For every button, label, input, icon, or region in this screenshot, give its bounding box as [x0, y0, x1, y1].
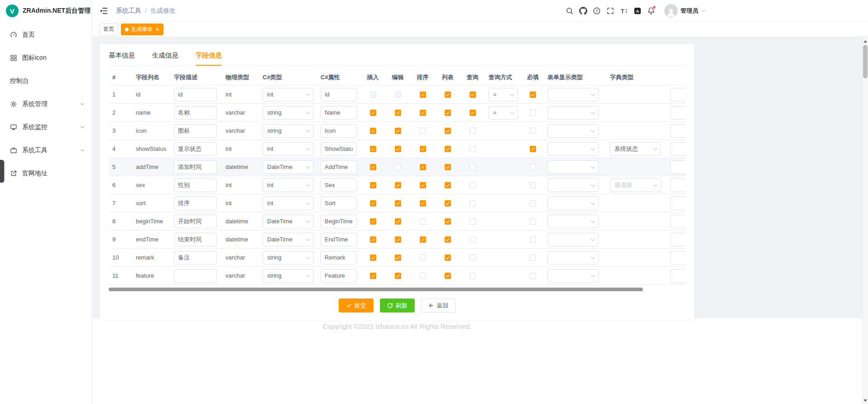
extra-input[interactable]	[670, 124, 686, 138]
edit-checkbox[interactable]	[395, 164, 401, 170]
extra-input[interactable]	[670, 197, 686, 210]
form-type-select[interactable]	[547, 233, 599, 246]
insert-checkbox[interactable]	[370, 255, 376, 261]
tag-tab[interactable]: 生成修改 ×	[121, 24, 163, 35]
form-type-select[interactable]	[547, 124, 599, 138]
csharp-type-select[interactable]: string	[263, 251, 314, 265]
sidebar-fold-icon[interactable]	[99, 6, 108, 15]
extra-input[interactable]	[670, 269, 686, 283]
github-icon[interactable]	[579, 7, 587, 15]
extra-input[interactable]	[670, 160, 686, 174]
query-checkbox[interactable]	[470, 91, 476, 98]
search-icon[interactable]	[566, 7, 574, 15]
column-desc-input[interactable]	[174, 124, 217, 138]
help-icon[interactable]	[593, 7, 601, 15]
column-desc-input[interactable]	[174, 178, 217, 192]
edit-checkbox[interactable]	[395, 218, 401, 225]
query-method-select[interactable]: =	[489, 88, 518, 101]
tag-tab[interactable]: 首页	[99, 24, 118, 35]
form-type-select[interactable]	[547, 106, 599, 120]
back-button[interactable]: 返回	[421, 298, 456, 313]
sidebar-item-system-manage[interactable]: 系统管理	[0, 92, 91, 115]
language-icon[interactable]: A	[633, 7, 642, 15]
query-checkbox[interactable]	[470, 200, 476, 207]
extra-input[interactable]	[670, 215, 686, 228]
csharp-attr-input[interactable]	[321, 215, 357, 228]
required-checkbox[interactable]	[530, 273, 536, 279]
extra-input[interactable]	[670, 178, 686, 192]
query-checkbox[interactable]	[470, 255, 476, 261]
csharp-attr-input[interactable]	[321, 160, 357, 174]
form-type-select[interactable]	[547, 215, 599, 228]
sort-checkbox[interactable]	[420, 236, 426, 243]
insert-checkbox[interactable]	[370, 182, 376, 188]
sort-checkbox[interactable]	[420, 146, 426, 152]
sort-checkbox[interactable]	[420, 128, 426, 134]
sidebar-item-website[interactable]: 官网地址	[0, 162, 91, 185]
extra-input[interactable]	[670, 233, 686, 246]
edit-checkbox[interactable]	[395, 236, 401, 243]
list-checkbox[interactable]	[445, 182, 451, 188]
sort-checkbox[interactable]	[420, 182, 426, 188]
csharp-attr-input[interactable]	[321, 142, 357, 156]
query-checkbox[interactable]	[470, 128, 476, 134]
column-desc-input[interactable]	[174, 88, 217, 101]
required-checkbox[interactable]	[530, 91, 536, 98]
required-checkbox[interactable]	[530, 164, 536, 170]
insert-checkbox[interactable]	[370, 128, 376, 134]
column-desc-input[interactable]	[174, 215, 217, 228]
sort-checkbox[interactable]	[420, 273, 426, 279]
dict-type-select[interactable]: 系统状态	[610, 142, 661, 156]
edit-checkbox[interactable]	[395, 128, 401, 134]
edit-checkbox[interactable]	[395, 110, 401, 116]
column-desc-input[interactable]	[174, 269, 217, 283]
sort-checkbox[interactable]	[420, 110, 426, 116]
edit-checkbox[interactable]	[395, 255, 401, 261]
list-checkbox[interactable]	[445, 146, 451, 152]
edit-checkbox[interactable]	[395, 91, 401, 98]
csharp-attr-input[interactable]	[321, 251, 357, 265]
csharp-attr-input[interactable]	[321, 106, 357, 120]
submit-button[interactable]: 提交	[339, 298, 374, 313]
sidebar-item-icons[interactable]: 图标icon	[0, 46, 91, 69]
csharp-attr-input[interactable]	[321, 197, 357, 210]
insert-checkbox[interactable]	[370, 218, 376, 225]
sort-checkbox[interactable]	[420, 91, 426, 98]
form-type-select[interactable]	[547, 197, 599, 210]
insert-checkbox[interactable]	[370, 273, 376, 279]
csharp-type-select[interactable]: string	[263, 124, 314, 138]
insert-checkbox[interactable]	[370, 146, 376, 152]
extra-input[interactable]	[670, 106, 686, 120]
required-checkbox[interactable]	[530, 255, 536, 261]
column-desc-input[interactable]	[174, 142, 217, 156]
edit-checkbox[interactable]	[395, 182, 401, 188]
edit-checkbox[interactable]	[395, 146, 401, 152]
required-checkbox[interactable]	[530, 218, 536, 225]
csharp-type-select[interactable]: DateTime	[263, 215, 314, 228]
form-type-select[interactable]	[547, 88, 599, 101]
csharp-attr-input[interactable]	[321, 233, 357, 246]
form-type-select[interactable]	[547, 160, 599, 174]
sidebar-item-console[interactable]: 控制台	[0, 69, 91, 92]
sidebar-item-system-tools[interactable]: 系统工具	[0, 139, 91, 162]
extra-input[interactable]	[670, 251, 686, 265]
refresh-button[interactable]: 刷新	[380, 298, 415, 313]
form-type-select[interactable]	[547, 142, 599, 156]
close-icon[interactable]: ×	[156, 26, 159, 33]
query-checkbox[interactable]	[470, 218, 476, 225]
form-type-select[interactable]	[547, 178, 599, 192]
h-scrollbar-thumb[interactable]	[109, 288, 643, 291]
list-checkbox[interactable]	[445, 218, 451, 225]
scroll-down-button[interactable]	[863, 397, 868, 404]
form-type-select[interactable]	[547, 269, 599, 283]
sidebar-item-home[interactable]: 首页	[0, 23, 91, 46]
csharp-attr-input[interactable]	[321, 124, 357, 138]
query-checkbox[interactable]	[470, 182, 476, 188]
required-checkbox[interactable]	[530, 146, 536, 152]
list-checkbox[interactable]	[445, 273, 451, 279]
edit-checkbox[interactable]	[395, 200, 401, 207]
column-desc-input[interactable]	[174, 197, 217, 210]
column-desc-input[interactable]	[174, 160, 217, 174]
sort-checkbox[interactable]	[420, 255, 426, 261]
dict-type-select[interactable]: 请选择	[610, 178, 661, 192]
